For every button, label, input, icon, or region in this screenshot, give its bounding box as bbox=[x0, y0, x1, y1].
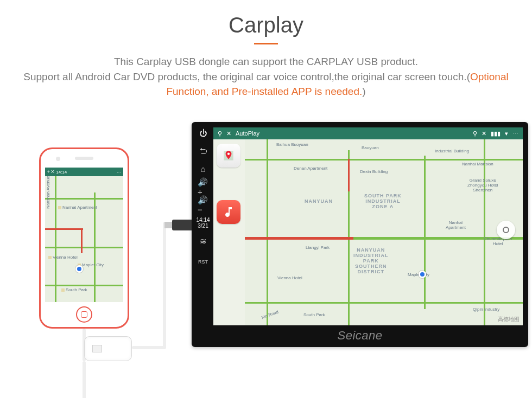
phone-status-left-icons: ⌖ ✕ bbox=[47, 169, 54, 175]
road bbox=[45, 247, 123, 248]
home-button[interactable]: ⌂ bbox=[198, 163, 208, 174]
wifi-icon: ≋ bbox=[198, 236, 208, 247]
dongle-usb-port bbox=[92, 345, 102, 352]
desc-line-1: This Carplay USB dongle can support the … bbox=[114, 56, 418, 67]
back-button[interactable]: ⮌ bbox=[198, 145, 208, 156]
map-attribution: 高德地图 bbox=[498, 316, 520, 323]
desc-line-2b: ) bbox=[362, 86, 365, 97]
road bbox=[484, 139, 485, 325]
road-congested bbox=[45, 228, 83, 230]
road bbox=[55, 176, 56, 302]
unit-map[interactable]: NANYUAN SOUTH PARK INDUSTRIAL ZONE A NAN… bbox=[245, 139, 523, 325]
music-note-icon bbox=[222, 206, 235, 219]
volume-up-button[interactable]: 🔊+ bbox=[198, 181, 208, 192]
caret-down-icon[interactable]: ▾ bbox=[505, 130, 508, 137]
poi-label: Vienna Hotel bbox=[277, 276, 302, 281]
power-button[interactable]: ⏻ bbox=[198, 127, 208, 138]
poi-label: Nanhai Apartment bbox=[446, 221, 466, 230]
mute-icon: ✕ bbox=[226, 130, 231, 137]
location-icon: ⚲ bbox=[218, 130, 222, 137]
current-location-dot bbox=[75, 265, 83, 273]
road-congested bbox=[348, 159, 350, 191]
location-icon: ⚲ bbox=[473, 130, 477, 137]
unit-status-bar: ⚲ ✕ AutoPlay ⚲ ✕ ▮▮▮ ▾ ⋯ bbox=[213, 127, 523, 139]
poi-label: Baihua Buoyuan bbox=[276, 143, 308, 147]
phone-home-button[interactable] bbox=[76, 306, 92, 323]
road-congested bbox=[81, 228, 83, 253]
poi-label: Baoyuan bbox=[362, 146, 379, 151]
lightning-cable bbox=[83, 361, 86, 398]
phone-status-time: 14:14 bbox=[56, 170, 67, 175]
brand-label: Seicane bbox=[337, 329, 382, 343]
phone-camera bbox=[56, 157, 60, 161]
phone-mockup: ⌖ ✕ 14:14 ⋯ Nanshan Avenue Nanhai Apartm… bbox=[39, 147, 129, 329]
recenter-icon bbox=[503, 227, 509, 233]
page-title: Carplay bbox=[0, 13, 532, 37]
phone-status-right-icons: ⋯ bbox=[117, 170, 121, 175]
map-pin-icon bbox=[221, 149, 236, 163]
area-label: SOUTH PARK INDUSTRIAL ZONE A bbox=[364, 194, 402, 210]
poi-label: Nanhai Mansion bbox=[462, 162, 493, 167]
mute-icon: ✕ bbox=[482, 130, 486, 137]
desc-line-2a: Support all Android Car DVD products, th… bbox=[23, 71, 470, 82]
more-icon[interactable]: ⋯ bbox=[512, 130, 518, 137]
poi-label: Dexin Building bbox=[360, 170, 388, 175]
svg-point-0 bbox=[227, 153, 230, 155]
clock-display: 14:14 3/21 bbox=[196, 217, 210, 229]
road bbox=[267, 139, 268, 325]
carplay-dongle bbox=[84, 336, 132, 361]
road bbox=[245, 302, 523, 304]
signal-icon: ▮▮▮ bbox=[491, 130, 501, 137]
phone-status-bar: ⌖ ✕ 14:14 ⋯ bbox=[45, 168, 123, 176]
unit-display: ⚲ ✕ AutoPlay ⚲ ✕ ▮▮▮ ▾ ⋯ bbox=[213, 127, 523, 325]
poi-label: Vienna Hotel bbox=[48, 255, 78, 260]
description: This Carplay USB dongle can support the … bbox=[16, 54, 516, 99]
head-unit: ⏻ ⮌ ⌂ 🔊+ 🔊− 14:14 3/21 ≋ RST ⚲ ✕ AutoPla… bbox=[192, 122, 528, 347]
street-label: Nanshan Avenue bbox=[46, 176, 51, 209]
road bbox=[245, 159, 523, 161]
poi-label: South Park bbox=[61, 288, 87, 292]
unit-hw-buttons: ⏻ ⮌ ⌂ 🔊+ 🔊− 14:14 3/21 ≋ RST bbox=[195, 127, 211, 325]
usb-plug bbox=[172, 220, 192, 230]
maps-app-icon[interactable] bbox=[217, 144, 240, 168]
phone-map-bg bbox=[45, 176, 123, 302]
road bbox=[424, 156, 426, 309]
poi-label: Industrial Building bbox=[435, 149, 469, 154]
usb-cable bbox=[163, 222, 166, 349]
unit-map-bg bbox=[245, 139, 523, 325]
poi-label: Liangyi Park bbox=[306, 246, 330, 251]
title-divider bbox=[254, 43, 278, 44]
road-congested bbox=[245, 237, 353, 240]
phone-speaker bbox=[75, 157, 93, 160]
poi-label: Grand Soluxe Zhongyou Hotel Shenzhen bbox=[467, 178, 498, 192]
usb-cable bbox=[132, 346, 164, 349]
area-label: NANYUAN INDUSTRIAL PARK SOUTHERN DISTRIC… bbox=[353, 248, 389, 274]
area-label: NANYUAN bbox=[305, 199, 333, 204]
phone-screen: ⌖ ✕ 14:14 ⋯ Nanshan Avenue Nanhai Apartm… bbox=[45, 168, 123, 302]
header: Carplay This Carplay USB dongle can supp… bbox=[0, 0, 532, 99]
road bbox=[45, 198, 123, 200]
recenter-button[interactable] bbox=[497, 221, 515, 239]
poi-label: South Park bbox=[303, 313, 325, 318]
poi-label: Nanhai Apartment bbox=[58, 206, 97, 210]
road bbox=[45, 285, 123, 286]
reset-label[interactable]: RST bbox=[198, 259, 208, 265]
volume-down-button[interactable]: 🔊− bbox=[198, 199, 208, 210]
current-location-dot bbox=[419, 271, 426, 278]
phone-map[interactable]: Nanshan Avenue Nanhai Apartment Vienna H… bbox=[45, 176, 123, 302]
poi-label: Qipin Industry bbox=[473, 307, 499, 312]
carplay-app-dock bbox=[217, 144, 242, 224]
music-app-icon[interactable] bbox=[217, 200, 240, 224]
app-name: AutoPlay bbox=[236, 130, 259, 137]
poi-label: Denan Apartment bbox=[294, 166, 327, 171]
